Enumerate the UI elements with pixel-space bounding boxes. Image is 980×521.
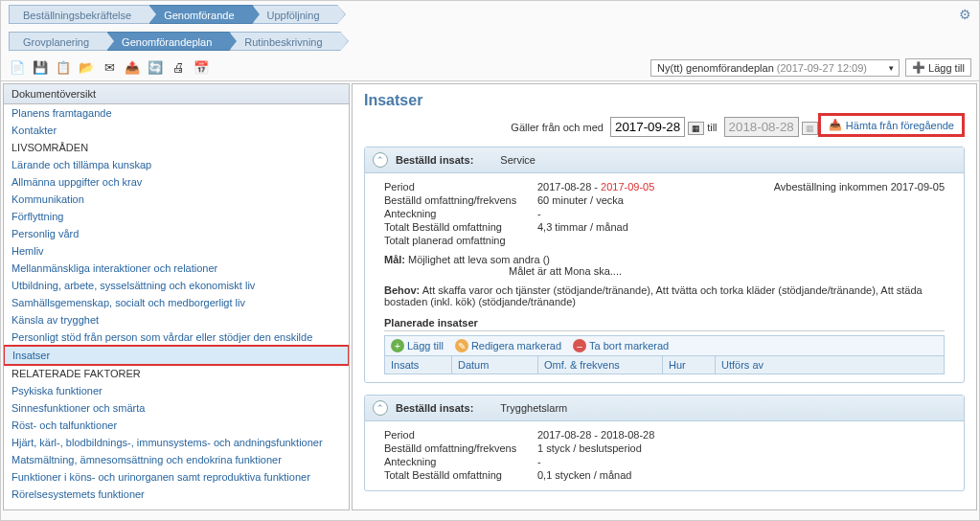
tool-folder-icon[interactable]: 📂 (78, 59, 95, 77)
sidebar-item[interactable]: Samhällsgemenskap, socialt och medborger… (4, 294, 349, 311)
sidebar-item[interactable]: Känsla av trygghet (4, 311, 349, 328)
tool-print-icon[interactable]: 🖨 (170, 59, 187, 77)
info-label: Beställd omfattning/frekvens (384, 194, 537, 206)
info-value: 1 styck / beslutsperiod (537, 442, 945, 454)
sidebar-item[interactable]: Rörelsesystemets funktioner (4, 486, 349, 503)
panel-header[interactable]: ⌃ Beställd insats: Trygghetslarm (365, 396, 964, 421)
date-from-label: Gäller från och med (511, 122, 604, 133)
panel-title: Beställd insats: (396, 402, 473, 414)
minus-icon: – (573, 339, 586, 352)
sidebar-item[interactable]: Planens framtagande (4, 104, 349, 122)
tool-mail-icon[interactable]: ✉ (101, 59, 118, 77)
sidebar-item[interactable]: Lärande och tillämpa kunskap (4, 156, 349, 173)
tool-save-icon[interactable]: 💾 (32, 59, 49, 77)
collapse-icon[interactable]: ⌃ (373, 400, 388, 416)
info-label: Totalt Beställd omfattning (384, 221, 537, 233)
panel-title: Beställd insats: (396, 154, 473, 166)
info-label: Beställd omfattning/frekvens (384, 442, 537, 454)
app-window: Beställningsbekräftelse Genomförande Upp… (0, 0, 980, 521)
date-to-input (724, 117, 799, 137)
sidebar-item[interactable]: Funktioner i köns- och urinorganen samt … (4, 468, 349, 486)
version-label: Ny(tt) genomförandeplan (657, 62, 774, 74)
nav-genomforandeplan[interactable]: Genomförandeplan (107, 32, 230, 51)
tool-clipboard-icon[interactable]: 📋 (55, 59, 72, 77)
nav-grovplanering[interactable]: Grovplanering (9, 32, 107, 51)
mal-row: Mål: Möjlighet att leva som andra () Mål… (384, 254, 945, 277)
sidebar-item[interactable]: Kontakter (4, 122, 349, 139)
tool-calendar-icon[interactable]: 📅 (193, 59, 210, 77)
insatser-table: Insats Datum Omf. & frekvens Hur Utförs … (384, 356, 945, 374)
sidebar-item[interactable]: Kommunikation (4, 191, 349, 208)
th-insats[interactable]: Insats (385, 356, 452, 374)
content-panel: Insatser Gäller från och med ▦ till ▦ 📥 … (352, 83, 977, 510)
sidebar-item[interactable]: Hjärt, kärl-, blodbildnings-, immunsyste… (4, 434, 349, 451)
gear-icon[interactable]: ⚙ (959, 7, 971, 22)
sidebar: Dokumentöversikt Planens framtagande Kon… (3, 83, 350, 510)
version-dropdown[interactable]: Ny(tt) genomförandeplan (2017-09-27 12:0… (650, 59, 900, 77)
panel-value: Trygghetslarm (500, 402, 567, 414)
add-button[interactable]: +Lägg till (391, 339, 444, 352)
sidebar-item[interactable]: RELATERADE FAKTORER (4, 365, 349, 382)
sidebar-item[interactable]: Matsmältning, ämnesomsättning och endokr… (4, 451, 349, 468)
sidebar-item[interactable]: Allmänna uppgifter och krav (4, 173, 349, 191)
mal-sub: Målet är att Mona ska.... (509, 265, 945, 277)
date-filter-row: Gäller från och med ▦ till ▦ 📥 Hämta frå… (364, 117, 965, 137)
sidebar-header: Dokumentöversikt (4, 84, 349, 104)
sidebar-item-insatser[interactable]: Insatser (4, 345, 349, 366)
lagg-till-button[interactable]: ➕ Lägg till (905, 58, 971, 77)
insats-panel-service: ⌃ Beställd insats: Service Period 2017-0… (364, 147, 965, 383)
main-area: Dokumentöversikt Planens framtagande Kon… (1, 81, 979, 512)
sidebar-item[interactable]: Personlig vård (4, 225, 349, 242)
delete-button[interactable]: –Ta bort markerad (573, 339, 669, 352)
tool-send-icon[interactable]: 📤 (124, 59, 141, 77)
info-value: 0,1 stycken / månad (537, 469, 945, 481)
sidebar-item[interactable]: Hemliv (4, 242, 349, 260)
calendar-icon[interactable]: ▦ (688, 122, 704, 135)
hamta-label: Hämta från föregående (846, 120, 954, 131)
plus-icon: + (391, 339, 404, 352)
nav-primary: Beställningsbekräftelse Genomförande Upp… (1, 1, 979, 28)
collapse-icon[interactable]: ⌃ (373, 152, 388, 168)
period-label: Period (384, 181, 537, 193)
sidebar-item[interactable]: Röst- och talfunktioner (4, 417, 349, 434)
nav-uppfoljning[interactable]: Uppföljning (253, 5, 338, 24)
info-label: Anteckning (384, 456, 537, 467)
th-omf[interactable]: Omf. & frekvens (538, 356, 663, 374)
info-value: 60 minuter / vecka (537, 194, 945, 206)
sidebar-list[interactable]: Planens framtagande Kontakter LIVSOMRÅDE… (4, 104, 349, 510)
mal-text: Möjlighet att leva som andra () (408, 254, 550, 265)
panel-body: Period 2017-08-28 - 2018-08-28 Beställd … (365, 421, 964, 490)
mal-label: Mål: (384, 254, 405, 265)
sidebar-item[interactable]: Sinnesfunktioner och smärta (4, 399, 349, 417)
th-datum[interactable]: Datum (452, 356, 538, 374)
sidebar-item[interactable]: Mellanmänskliga interaktioner och relati… (4, 260, 349, 277)
tool-new-icon[interactable]: 📄 (9, 59, 26, 77)
th-utfors[interactable]: Utförs av (716, 356, 944, 374)
period-label: Period (384, 429, 537, 441)
hamta-fran-foregaende-button[interactable]: 📥 Hämta från föregående (818, 113, 965, 137)
sidebar-item[interactable]: Psykiska funktioner (4, 382, 349, 399)
pencil-icon: ✎ (455, 339, 468, 352)
nav-bestallning[interactable]: Beställningsbekräftelse (9, 5, 149, 24)
chevron-down-icon: ▼ (887, 63, 895, 72)
plus-icon: ➕ (912, 61, 925, 74)
sidebar-item[interactable]: Förflyttning (4, 208, 349, 225)
panel-header[interactable]: ⌃ Beställd insats: Service (365, 147, 964, 173)
date-from-input[interactable] (610, 117, 685, 137)
sidebar-item[interactable]: LIVSOMRÅDEN (4, 139, 349, 156)
tool-refresh-icon[interactable]: 🔄 (147, 59, 164, 77)
th-hur[interactable]: Hur (663, 356, 716, 374)
insats-panel-trygghetslarm: ⌃ Beställd insats: Trygghetslarm Period … (364, 395, 965, 491)
avbestallning-text: Avbeställning inkommen 2017-09-05 (774, 181, 945, 193)
info-value: 4,3 timmar / månad (537, 221, 945, 233)
edit-button[interactable]: ✎Redigera markerad (455, 339, 561, 352)
sidebar-item[interactable]: Personligt stöd från person som vårdar e… (4, 328, 349, 346)
nav-rutinbeskrivning[interactable]: Rutinbeskrivning (230, 32, 340, 51)
version-time: (2017-09-27 12:09) (777, 62, 867, 74)
nav-genomforande[interactable]: Genomförande (149, 5, 252, 24)
info-value: - (537, 456, 945, 467)
import-icon: 📥 (829, 119, 842, 131)
sidebar-item[interactable]: Utbildning, arbete, sysselsättning och e… (4, 277, 349, 294)
planerade-title: Planerade insatser (384, 317, 945, 331)
behov-row: Behov: Att skaffa varor och tjänster (st… (384, 284, 945, 307)
